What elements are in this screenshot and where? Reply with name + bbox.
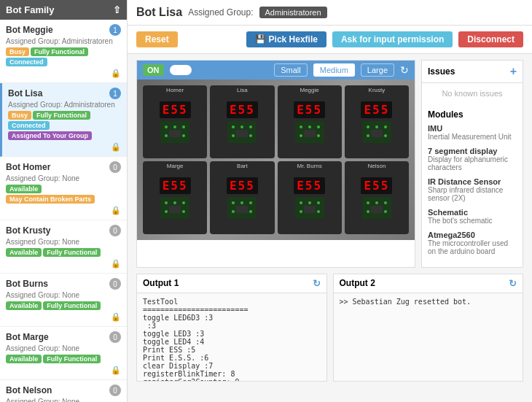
svg-point-43 xyxy=(308,201,311,204)
output2-refresh-icon[interactable]: ↻ xyxy=(509,278,517,289)
module-item[interactable]: 7 segment displayDisplay for alphanumeri… xyxy=(428,147,517,171)
svg-point-1 xyxy=(173,125,176,128)
robot-display: E55 xyxy=(361,101,392,118)
svg-point-26 xyxy=(384,134,387,137)
camera-toggle-slider[interactable] xyxy=(170,65,192,75)
svg-point-21 xyxy=(367,125,369,128)
module-item[interactable]: SchematicThe bot's schematic xyxy=(428,208,517,225)
reset-button[interactable]: Reset xyxy=(136,31,178,47)
robot-card: MeggieE55 xyxy=(278,85,342,158)
ask-input-button[interactable]: Ask for input permission xyxy=(332,31,453,47)
page-title: Bot Lisa xyxy=(136,6,182,19)
bot-name: Bot Meggie xyxy=(6,25,53,35)
bot-badges: AvailableMay Contain Broken Parts xyxy=(6,185,121,204)
issues-add-button[interactable]: + xyxy=(510,65,517,78)
robot-label: Mr. Burns xyxy=(297,163,322,169)
badge-functional: Fully Functional xyxy=(33,111,90,120)
output2-header: Output 2 ↻ xyxy=(334,274,523,293)
disconnect-button[interactable]: Disconnect xyxy=(458,31,523,47)
output1-refresh-icon[interactable]: ↻ xyxy=(313,278,321,289)
size-medium-button[interactable]: Medium xyxy=(313,63,355,77)
bot-item-bot-homer[interactable]: Bot Homer0Assigned Group: NoneAvailableM… xyxy=(0,157,127,220)
svg-point-36 xyxy=(240,201,243,204)
svg-point-31 xyxy=(165,210,168,213)
group-badge: Administratoren xyxy=(259,7,327,18)
svg-point-23 xyxy=(384,125,387,128)
lock-icon: 🔒 xyxy=(111,142,121,152)
robot-label: Nelson xyxy=(367,163,386,169)
module-item[interactable]: IMUInertial Measurement Unit xyxy=(428,124,517,141)
camera-panel: ON Small Medium Large ↻ HomerE55LisaE55M… xyxy=(136,60,415,268)
bot-item-bot-nelson[interactable]: Bot Nelson0Assigned Group: NoneAvailable… xyxy=(0,380,127,402)
svg-rect-27 xyxy=(371,130,383,137)
output1-content: TestTool ======================== toggle… xyxy=(137,293,326,381)
size-large-button[interactable]: Large xyxy=(361,63,394,77)
camera-refresh-icon[interactable]: ↻ xyxy=(400,64,409,76)
bot-group: Assigned Group: None xyxy=(6,238,121,246)
bot-item-bot-meggie[interactable]: Bot Meggie1Assigned Group: Administrator… xyxy=(0,20,127,83)
bot-group: Assigned Group: None xyxy=(6,291,121,299)
modules-title: Modules xyxy=(428,109,517,120)
svg-point-3 xyxy=(165,134,168,137)
bot-name: Bot Nelson xyxy=(6,385,52,395)
bot-item-bot-burns[interactable]: Bot Burns0Assigned Group: NoneAvailableF… xyxy=(0,274,127,327)
bot-item-bot-lisa[interactable]: Bot Lisa1Assigned Group: Administratoren… xyxy=(0,83,127,157)
robot-grid: HomerE55LisaE55MeggieE55KrustyE55MargeE5… xyxy=(137,80,415,240)
robot-card: NelsonE55 xyxy=(345,161,409,234)
svg-point-5 xyxy=(182,134,185,137)
lock-icon: 🔒 xyxy=(111,69,121,78)
module-name: IR Distance Sensor xyxy=(428,177,517,186)
bot-name: Bot Marge xyxy=(6,332,49,342)
sidebar-title: Bot Family xyxy=(6,4,54,15)
svg-rect-41 xyxy=(236,206,248,213)
svg-point-17 xyxy=(300,134,302,137)
bot-badges: AvailableFully Functional xyxy=(6,301,121,310)
bot-list: Bot Meggie1Assigned Group: Administrator… xyxy=(0,20,127,402)
bot-name: Bot Homer xyxy=(6,162,50,172)
robot-label: Homer xyxy=(166,87,184,93)
bot-name: Bot Krusty xyxy=(6,225,50,236)
sidebar-upload-icon[interactable]: ⇧ xyxy=(113,4,121,15)
bot-item-bot-krusty[interactable]: Bot Krusty0Assigned Group: NoneAvailable… xyxy=(0,220,127,274)
module-item[interactable]: IR Distance SensorSharp infrared distanc… xyxy=(428,177,517,202)
robot-board xyxy=(295,121,324,143)
module-name: Atmega2560 xyxy=(428,231,517,239)
svg-point-12 xyxy=(249,134,252,137)
camera-toolbar: ON Small Medium Large ↻ xyxy=(137,61,415,80)
module-desc: Sharp infrared distance sensor (2X) xyxy=(428,186,517,202)
svg-point-19 xyxy=(317,134,320,137)
output2-content: >> Sebastian Zug resetted bot. xyxy=(334,293,523,381)
robot-board xyxy=(160,197,189,219)
badge-busy: Busy xyxy=(6,47,29,56)
svg-point-42 xyxy=(300,201,302,204)
badge-broken: May Contain Broken Parts xyxy=(6,195,95,204)
no-issues-text: No known issues xyxy=(422,83,523,104)
svg-rect-34 xyxy=(169,206,181,213)
badge-busy: Busy xyxy=(8,111,31,120)
bot-group: Assigned Group: None xyxy=(6,174,121,182)
svg-point-37 xyxy=(249,201,252,204)
svg-point-8 xyxy=(240,125,243,128)
output2-panel: Output 2 ↻ >> Sebastian Zug resetted bot… xyxy=(333,274,524,382)
robot-label: Lisa xyxy=(237,87,248,93)
content-row: ON Small Medium Large ↻ HomerE55LisaE55M… xyxy=(128,54,532,274)
bot-group: Assigned Group: Administratoren xyxy=(8,101,121,109)
size-small-button[interactable]: Small xyxy=(274,63,308,77)
issues-header: Issues + xyxy=(422,61,523,83)
module-name: Schematic xyxy=(428,208,517,217)
svg-point-50 xyxy=(375,201,378,204)
svg-point-44 xyxy=(317,201,320,204)
modules-list: IMUInertial Measurement Unit7 segment di… xyxy=(428,124,517,255)
output1-text: TestTool ======================== toggle… xyxy=(143,298,321,381)
module-item[interactable]: Atmega2560The microcontroller used on th… xyxy=(428,231,517,255)
issues-modules-panel: Issues + No known issues Modules IMUIner… xyxy=(421,60,523,268)
svg-point-29 xyxy=(173,201,176,204)
robot-display: E55 xyxy=(294,101,325,118)
badge-assigned: Assigned To Your Group xyxy=(8,131,92,140)
bot-item-bot-marge[interactable]: Bot Marge0Assigned Group: NoneAvailableF… xyxy=(0,327,127,380)
pick-hexfile-button[interactable]: 💾 Pick Hexfile xyxy=(246,31,326,47)
issues-title: Issues xyxy=(428,66,455,77)
robot-card: BartE55 xyxy=(210,161,274,234)
robot-card: HomerE55 xyxy=(143,85,207,158)
output1-header: Output 1 ↻ xyxy=(137,274,326,293)
